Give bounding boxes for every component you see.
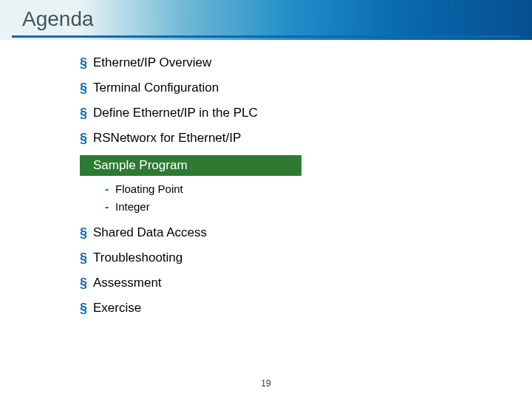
agenda-item: § Exercise <box>80 300 449 316</box>
square-bullet-icon: § <box>80 105 93 121</box>
agenda-item-label: Troubleshooting <box>93 250 183 266</box>
square-bullet-icon: § <box>80 130 93 146</box>
dash-bullet-icon: - <box>105 200 115 214</box>
slide-title: Agenda <box>22 7 94 31</box>
agenda-item-label: RSNetworx for Ethernet/IP <box>93 130 241 146</box>
agenda-item: § Define Ethernet/IP in the PLC <box>80 105 449 121</box>
agenda-item: § RSNetworx for Ethernet/IP <box>80 130 449 146</box>
agenda-item: § Ethernet/IP Overview <box>80 55 449 71</box>
square-bullet-icon: § <box>80 300 93 316</box>
agenda-item-label: Define Ethernet/IP in the PLC <box>93 105 258 121</box>
square-bullet-icon: § <box>80 225 93 241</box>
agenda-item-label: Sample Program <box>93 158 188 172</box>
slide: Agenda § Ethernet/IP Overview § Terminal… <box>0 0 532 399</box>
agenda-item: § Terminal Configuration <box>80 80 449 96</box>
agenda-item: § Troubleshooting <box>80 250 449 266</box>
agenda-subitem: - Floating Point <box>105 182 449 197</box>
agenda-item-label: Assessment <box>93 275 162 291</box>
agenda-item-label: Shared Data Access <box>93 225 207 241</box>
agenda-subitem-label: Integer <box>115 200 150 214</box>
square-bullet-icon: § <box>80 55 93 71</box>
agenda-item-label: Exercise <box>93 300 141 316</box>
square-bullet-icon: § <box>80 275 93 291</box>
agenda-item-label: Terminal Configuration <box>93 80 219 96</box>
agenda-item-label: Ethernet/IP Overview <box>93 55 211 71</box>
agenda-item-highlighted: Sample Program <box>80 155 301 176</box>
square-bullet-icon: § <box>80 80 93 96</box>
agenda-item: § Assessment <box>80 275 449 291</box>
agenda-sublist: - Floating Point - Integer <box>105 182 449 214</box>
agenda-subitem-label: Floating Point <box>115 182 183 197</box>
title-underline <box>12 35 520 38</box>
square-bullet-icon: § <box>80 250 93 266</box>
page-number: 19 <box>0 378 532 389</box>
dash-bullet-icon: - <box>105 182 115 197</box>
agenda-item: § Shared Data Access <box>80 225 449 241</box>
content-area: § Ethernet/IP Overview § Terminal Config… <box>80 55 449 325</box>
agenda-subitem: - Integer <box>105 200 449 214</box>
